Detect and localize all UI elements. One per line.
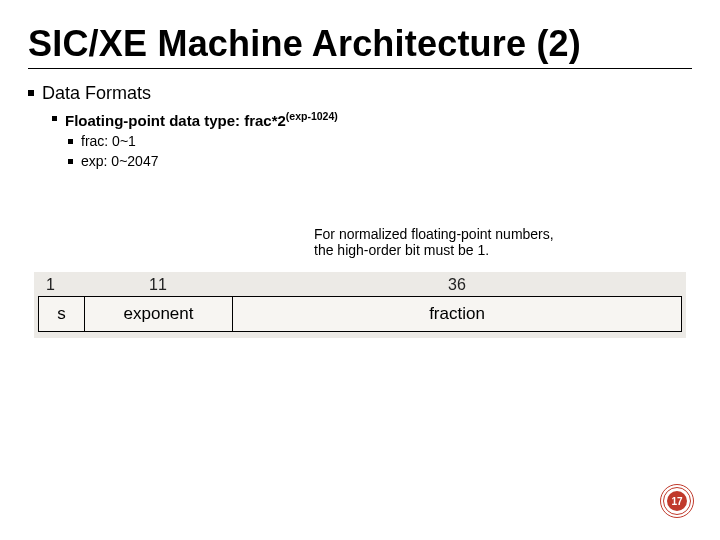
- bit-width-row: 1 11 36: [38, 276, 682, 294]
- slide: SIC/XE Machine Architecture (2) Data For…: [0, 0, 720, 540]
- figure-background: 1 11 36 s exponent fraction: [34, 272, 686, 338]
- square-bullet-icon: [28, 90, 34, 96]
- bits-s: 1: [38, 276, 84, 294]
- bullet-list-lvl1: Data Formats: [28, 83, 692, 104]
- bullet-exp-range: exp: 0~2047: [68, 153, 692, 169]
- bullet-float-type: Floating-point data type: frac*2(exp-102…: [52, 110, 692, 129]
- bullet-data-formats: Data Formats: [28, 83, 692, 104]
- bullet-text: Floating-point data type: frac*2(exp-102…: [65, 110, 338, 129]
- note-line-1: For normalized floating-point numbers,: [314, 226, 654, 242]
- field-exponent: exponent: [85, 297, 233, 331]
- field-label-row: s exponent fraction: [38, 296, 682, 332]
- bullet-text: exp: 0~2047: [81, 153, 158, 169]
- bullet-list-lvl3: frac: 0~1 exp: 0~2047: [28, 133, 692, 169]
- field-fraction: fraction: [233, 297, 681, 331]
- bullet-list-lvl2: Floating-point data type: frac*2(exp-102…: [28, 110, 692, 129]
- square-bullet-icon: [52, 116, 57, 121]
- page-number: 17: [667, 491, 687, 511]
- bits-exponent: 11: [84, 276, 232, 294]
- float-format-figure: 1 11 36 s exponent fraction: [34, 272, 686, 338]
- field-s: s: [39, 297, 85, 331]
- slide-title: SIC/XE Machine Architecture (2): [28, 24, 692, 64]
- square-bullet-icon: [68, 139, 73, 144]
- bullet-text: Data Formats: [42, 83, 151, 104]
- bullet-frac-range: frac: 0~1: [68, 133, 692, 149]
- bits-fraction: 36: [232, 276, 682, 294]
- note-line-2: the high-order bit must be 1.: [314, 242, 654, 258]
- note: For normalized floating-point numbers, t…: [314, 226, 654, 258]
- square-bullet-icon: [68, 159, 73, 164]
- bullet-text: frac: 0~1: [81, 133, 136, 149]
- title-underline: [28, 68, 692, 69]
- superscript: (exp-1024): [286, 110, 338, 122]
- page-number-badge: 17: [660, 484, 694, 518]
